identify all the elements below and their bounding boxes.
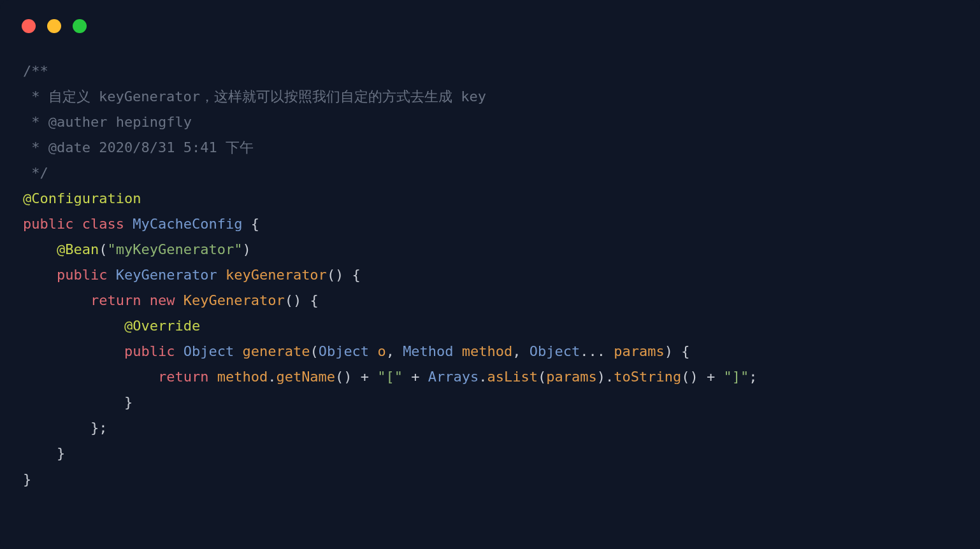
code-token: "["	[377, 369, 403, 385]
code-line: return method.getName() + "[" + Arrays.a…	[23, 364, 957, 390]
code-token: toString	[614, 369, 681, 385]
code-token: method	[462, 343, 512, 359]
code-token	[208, 369, 217, 385]
code-token: return	[90, 292, 141, 308]
code-token: * @date 2020/8/31 5:41 下午	[23, 139, 254, 155]
code-token: }	[23, 394, 133, 410]
code-line: @Configuration	[23, 186, 957, 211]
code-token	[369, 343, 377, 359]
code-token: (	[99, 241, 107, 257]
close-icon[interactable]	[22, 19, 36, 33]
code-line: * 自定义 keyGenerator，这样就可以按照我们自定的方式去生成 key	[23, 84, 957, 110]
code-token: {	[242, 216, 259, 232]
code-token: return	[158, 369, 208, 385]
code-token	[141, 292, 149, 308]
code-token: (	[538, 369, 546, 385]
code-line: /**	[23, 59, 957, 84]
code-token: Object	[184, 343, 234, 359]
code-token: asList	[487, 369, 538, 385]
code-token: };	[23, 420, 107, 436]
code-token: "myKeyGenerator"	[107, 241, 242, 257]
code-token: }	[23, 445, 65, 461]
code-token: .	[268, 369, 276, 385]
code-token	[23, 267, 57, 283]
code-token: */	[23, 165, 48, 181]
maximize-icon[interactable]	[73, 19, 87, 33]
code-token: /**	[23, 63, 48, 79]
code-token: MyCacheConfig	[133, 216, 242, 232]
minimize-icon[interactable]	[47, 19, 61, 33]
code-line: @Override	[23, 313, 957, 339]
code-token: @Bean	[57, 241, 99, 257]
code-token: ) {	[665, 343, 690, 359]
code-token: ).	[597, 369, 614, 385]
code-token	[23, 318, 124, 334]
code-token: .	[479, 369, 487, 385]
code-token: () +	[681, 369, 723, 385]
code-token: ;	[749, 369, 757, 385]
code-token: "]"	[724, 369, 749, 385]
code-token: public	[23, 216, 73, 232]
code-token: public	[124, 343, 175, 359]
code-line: */	[23, 160, 957, 186]
code-token: keyGenerator	[226, 267, 327, 283]
code-token	[107, 267, 115, 283]
code-line: }	[23, 467, 957, 492]
code-token: Object	[319, 343, 369, 359]
code-token: }	[23, 471, 31, 487]
code-token	[23, 292, 90, 308]
code-token	[124, 216, 133, 232]
code-token: generate	[242, 343, 310, 359]
code-block: /** * 自定义 keyGenerator，这样就可以按照我们自定的方式去生成…	[0, 39, 980, 505]
code-line: public KeyGenerator keyGenerator() {	[23, 262, 957, 288]
code-line: * @date 2020/8/31 5:41 下午	[23, 135, 957, 160]
code-token: () {	[327, 267, 361, 283]
code-token	[23, 343, 124, 359]
code-token	[23, 241, 57, 257]
code-token: () {	[285, 292, 319, 308]
code-token: +	[403, 369, 428, 385]
code-token: ,	[386, 343, 403, 359]
code-line: public class MyCacheConfig {	[23, 211, 957, 237]
code-window: /** * 自定义 keyGenerator，这样就可以按照我们自定的方式去生成…	[0, 0, 980, 549]
code-token: Object	[530, 343, 580, 359]
code-token: )	[242, 241, 250, 257]
code-token	[217, 267, 226, 283]
code-token: KeyGenerator	[116, 267, 217, 283]
code-token: o	[377, 343, 386, 359]
code-line: public Object generate(Object o, Method …	[23, 339, 957, 364]
code-token: * 自定义 keyGenerator，这样就可以按照我们自定的方式去生成 key	[23, 89, 486, 104]
code-token: method	[217, 369, 268, 385]
code-token: getName	[276, 369, 335, 385]
code-token: Method	[403, 343, 453, 359]
code-line: }	[23, 441, 957, 466]
code-token	[73, 216, 82, 232]
code-token: ,	[512, 343, 530, 359]
code-token: () +	[335, 369, 377, 385]
code-token	[234, 343, 242, 359]
code-token: params	[614, 343, 664, 359]
code-token: * @auther hepingfly	[23, 114, 192, 130]
code-token: params	[546, 369, 596, 385]
code-token: new	[150, 292, 175, 308]
code-token: @Configuration	[23, 190, 141, 206]
code-token: ...	[580, 343, 614, 359]
code-token: public	[57, 267, 107, 283]
code-line: }	[23, 390, 957, 415]
code-token: @Override	[124, 318, 200, 334]
code-token: Arrays	[428, 369, 479, 385]
code-token: KeyGenerator	[184, 292, 285, 308]
code-line: @Bean("myKeyGenerator")	[23, 237, 957, 262]
code-token	[175, 343, 183, 359]
traffic-lights	[0, 11, 980, 39]
code-token	[454, 343, 462, 359]
code-token	[175, 292, 183, 308]
code-line: * @auther hepingfly	[23, 110, 957, 135]
code-line: };	[23, 415, 957, 441]
code-line: return new KeyGenerator() {	[23, 288, 957, 313]
code-token: class	[82, 216, 124, 232]
code-token	[23, 369, 158, 385]
code-token: (	[310, 343, 318, 359]
